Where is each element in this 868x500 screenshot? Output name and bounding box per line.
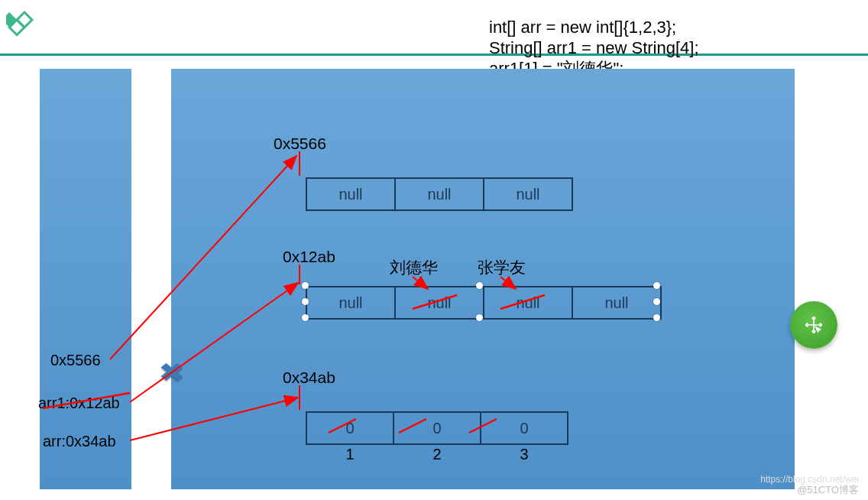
- heap-array-3: 0 0 0 1 2 3: [306, 411, 568, 464]
- replacement-value-2: 张学友: [478, 257, 526, 278]
- array-cell: null: [395, 178, 484, 210]
- heap-address-3: 0x34ab: [283, 369, 335, 387]
- svg-rect-2: [6, 12, 17, 28]
- selection-handle-icon[interactable]: [653, 282, 660, 289]
- array-cell: 0: [394, 412, 481, 444]
- heap-array-1: null null null: [306, 177, 573, 211]
- array-cell: null: [306, 178, 395, 210]
- move-cursor-icon: [804, 315, 824, 335]
- array-index: 3: [481, 444, 568, 464]
- move-fab-button[interactable]: [790, 301, 837, 349]
- array-cell: null: [306, 287, 395, 319]
- header-bar: [0, 0, 868, 56]
- heap-array-2[interactable]: null null null null: [306, 286, 662, 320]
- selection-handle-icon[interactable]: [302, 314, 309, 321]
- array-cell: 0: [481, 412, 568, 444]
- array-index: 1: [306, 444, 394, 464]
- array-cell: null: [572, 287, 661, 319]
- selection-handle-icon[interactable]: [653, 298, 660, 305]
- selection-handle-icon[interactable]: [302, 282, 309, 289]
- stack-area: [40, 69, 131, 489]
- heap-address-1: 0x5566: [274, 135, 326, 153]
- code-line: String[] arr1 = new String[4];: [489, 37, 699, 58]
- array-cell: null: [484, 178, 572, 210]
- selection-handle-icon[interactable]: [476, 282, 483, 289]
- heap-address-2: 0x12ab: [283, 248, 335, 266]
- array-cell: null: [484, 287, 572, 319]
- array-index: 2: [394, 444, 481, 464]
- selection-handle-icon[interactable]: [302, 298, 309, 305]
- svg-rect-0: [17, 12, 32, 28]
- cross-icon: ✖: [159, 359, 185, 387]
- stack-pointer-new: 0x5566: [50, 352, 101, 369]
- app-logo-icon: [6, 8, 43, 47]
- watermark-text: @51CTO博客: [797, 483, 859, 497]
- array-cell: 0: [306, 412, 394, 444]
- stack-var-arr: arr:0x34ab: [43, 433, 116, 450]
- array-cell: null: [395, 287, 484, 319]
- selection-handle-icon[interactable]: [476, 314, 483, 321]
- replacement-value-1: 刘德华: [390, 257, 438, 278]
- code-line: int[] arr = new int[]{1,2,3};: [489, 17, 699, 37]
- selection-handle-icon[interactable]: [653, 314, 660, 321]
- stack-var-arr1: arr1:0x12ab: [38, 394, 120, 412]
